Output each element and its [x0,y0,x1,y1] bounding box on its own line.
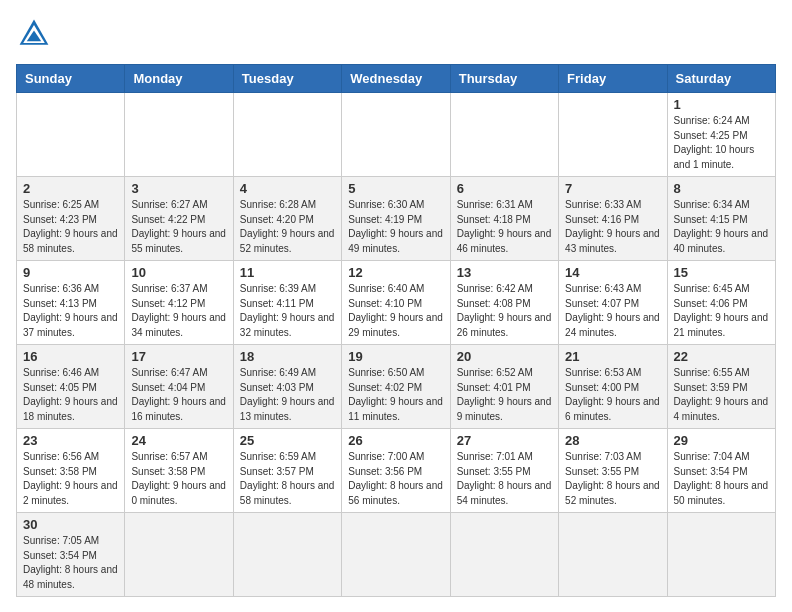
calendar-cell: 19Sunrise: 6:50 AM Sunset: 4:02 PM Dayli… [342,345,450,429]
day-number: 1 [674,97,769,112]
calendar-cell: 27Sunrise: 7:01 AM Sunset: 3:55 PM Dayli… [450,429,558,513]
column-header-friday: Friday [559,65,667,93]
calendar-cell: 16Sunrise: 6:46 AM Sunset: 4:05 PM Dayli… [17,345,125,429]
calendar-cell: 6Sunrise: 6:31 AM Sunset: 4:18 PM Daylig… [450,177,558,261]
day-info: Sunrise: 6:56 AM Sunset: 3:58 PM Dayligh… [23,450,118,508]
calendar-cell: 7Sunrise: 6:33 AM Sunset: 4:16 PM Daylig… [559,177,667,261]
day-info: Sunrise: 6:40 AM Sunset: 4:10 PM Dayligh… [348,282,443,340]
day-info: Sunrise: 6:59 AM Sunset: 3:57 PM Dayligh… [240,450,335,508]
day-info: Sunrise: 6:47 AM Sunset: 4:04 PM Dayligh… [131,366,226,424]
calendar-week-2: 9Sunrise: 6:36 AM Sunset: 4:13 PM Daylig… [17,261,776,345]
calendar-cell [450,93,558,177]
calendar-cell [233,93,341,177]
day-info: Sunrise: 6:31 AM Sunset: 4:18 PM Dayligh… [457,198,552,256]
day-info: Sunrise: 6:36 AM Sunset: 4:13 PM Dayligh… [23,282,118,340]
column-header-thursday: Thursday [450,65,558,93]
column-header-sunday: Sunday [17,65,125,93]
calendar-week-3: 16Sunrise: 6:46 AM Sunset: 4:05 PM Dayli… [17,345,776,429]
calendar-week-4: 23Sunrise: 6:56 AM Sunset: 3:58 PM Dayli… [17,429,776,513]
day-number: 12 [348,265,443,280]
day-info: Sunrise: 6:46 AM Sunset: 4:05 PM Dayligh… [23,366,118,424]
calendar-cell: 17Sunrise: 6:47 AM Sunset: 4:04 PM Dayli… [125,345,233,429]
logo-icon [16,16,52,52]
day-number: 20 [457,349,552,364]
day-number: 15 [674,265,769,280]
calendar-cell [667,513,775,597]
day-info: Sunrise: 6:25 AM Sunset: 4:23 PM Dayligh… [23,198,118,256]
calendar-cell: 26Sunrise: 7:00 AM Sunset: 3:56 PM Dayli… [342,429,450,513]
day-info: Sunrise: 7:01 AM Sunset: 3:55 PM Dayligh… [457,450,552,508]
calendar-cell [450,513,558,597]
calendar-cell: 12Sunrise: 6:40 AM Sunset: 4:10 PM Dayli… [342,261,450,345]
day-info: Sunrise: 6:27 AM Sunset: 4:22 PM Dayligh… [131,198,226,256]
day-number: 24 [131,433,226,448]
day-number: 11 [240,265,335,280]
calendar-cell: 8Sunrise: 6:34 AM Sunset: 4:15 PM Daylig… [667,177,775,261]
calendar-week-0: 1Sunrise: 6:24 AM Sunset: 4:25 PM Daylig… [17,93,776,177]
calendar-cell [233,513,341,597]
day-number: 10 [131,265,226,280]
logo [16,16,56,52]
day-number: 7 [565,181,660,196]
day-number: 16 [23,349,118,364]
day-info: Sunrise: 7:03 AM Sunset: 3:55 PM Dayligh… [565,450,660,508]
calendar-cell: 25Sunrise: 6:59 AM Sunset: 3:57 PM Dayli… [233,429,341,513]
day-info: Sunrise: 7:05 AM Sunset: 3:54 PM Dayligh… [23,534,118,592]
calendar-cell: 20Sunrise: 6:52 AM Sunset: 4:01 PM Dayli… [450,345,558,429]
calendar-header-row: SundayMondayTuesdayWednesdayThursdayFrid… [17,65,776,93]
day-number: 19 [348,349,443,364]
day-number: 3 [131,181,226,196]
day-number: 17 [131,349,226,364]
calendar-cell: 1Sunrise: 6:24 AM Sunset: 4:25 PM Daylig… [667,93,775,177]
day-info: Sunrise: 6:55 AM Sunset: 3:59 PM Dayligh… [674,366,769,424]
calendar-cell [559,513,667,597]
day-info: Sunrise: 6:39 AM Sunset: 4:11 PM Dayligh… [240,282,335,340]
day-info: Sunrise: 6:30 AM Sunset: 4:19 PM Dayligh… [348,198,443,256]
day-info: Sunrise: 6:50 AM Sunset: 4:02 PM Dayligh… [348,366,443,424]
header [16,16,776,52]
calendar-cell: 5Sunrise: 6:30 AM Sunset: 4:19 PM Daylig… [342,177,450,261]
day-info: Sunrise: 6:52 AM Sunset: 4:01 PM Dayligh… [457,366,552,424]
day-info: Sunrise: 6:42 AM Sunset: 4:08 PM Dayligh… [457,282,552,340]
calendar-cell: 29Sunrise: 7:04 AM Sunset: 3:54 PM Dayli… [667,429,775,513]
day-info: Sunrise: 6:45 AM Sunset: 4:06 PM Dayligh… [674,282,769,340]
calendar-cell [342,93,450,177]
day-number: 18 [240,349,335,364]
calendar-week-1: 2Sunrise: 6:25 AM Sunset: 4:23 PM Daylig… [17,177,776,261]
calendar-cell: 4Sunrise: 6:28 AM Sunset: 4:20 PM Daylig… [233,177,341,261]
calendar-cell: 22Sunrise: 6:55 AM Sunset: 3:59 PM Dayli… [667,345,775,429]
calendar-cell: 18Sunrise: 6:49 AM Sunset: 4:03 PM Dayli… [233,345,341,429]
calendar-cell: 23Sunrise: 6:56 AM Sunset: 3:58 PM Dayli… [17,429,125,513]
calendar-cell: 2Sunrise: 6:25 AM Sunset: 4:23 PM Daylig… [17,177,125,261]
day-number: 6 [457,181,552,196]
day-number: 23 [23,433,118,448]
calendar: SundayMondayTuesdayWednesdayThursdayFrid… [16,64,776,597]
day-number: 22 [674,349,769,364]
calendar-cell: 24Sunrise: 6:57 AM Sunset: 3:58 PM Dayli… [125,429,233,513]
day-number: 21 [565,349,660,364]
calendar-cell [342,513,450,597]
day-number: 5 [348,181,443,196]
day-info: Sunrise: 7:04 AM Sunset: 3:54 PM Dayligh… [674,450,769,508]
day-number: 28 [565,433,660,448]
day-number: 25 [240,433,335,448]
calendar-cell [125,93,233,177]
day-number: 30 [23,517,118,532]
calendar-cell: 21Sunrise: 6:53 AM Sunset: 4:00 PM Dayli… [559,345,667,429]
day-info: Sunrise: 6:34 AM Sunset: 4:15 PM Dayligh… [674,198,769,256]
column-header-tuesday: Tuesday [233,65,341,93]
column-header-wednesday: Wednesday [342,65,450,93]
day-number: 26 [348,433,443,448]
column-header-monday: Monday [125,65,233,93]
calendar-cell: 15Sunrise: 6:45 AM Sunset: 4:06 PM Dayli… [667,261,775,345]
day-number: 2 [23,181,118,196]
calendar-cell: 10Sunrise: 6:37 AM Sunset: 4:12 PM Dayli… [125,261,233,345]
column-header-saturday: Saturday [667,65,775,93]
calendar-week-5: 30Sunrise: 7:05 AM Sunset: 3:54 PM Dayli… [17,513,776,597]
calendar-cell: 11Sunrise: 6:39 AM Sunset: 4:11 PM Dayli… [233,261,341,345]
day-number: 13 [457,265,552,280]
day-info: Sunrise: 6:57 AM Sunset: 3:58 PM Dayligh… [131,450,226,508]
day-info: Sunrise: 6:28 AM Sunset: 4:20 PM Dayligh… [240,198,335,256]
day-info: Sunrise: 6:43 AM Sunset: 4:07 PM Dayligh… [565,282,660,340]
day-number: 27 [457,433,552,448]
